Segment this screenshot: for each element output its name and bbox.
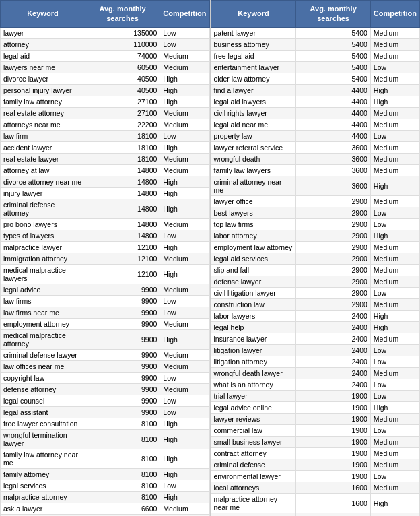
competition-cell: Medium [160, 253, 209, 264]
searches-cell: 4400 [296, 96, 370, 107]
table-row: trial lawyer1900Low [211, 390, 420, 401]
table-row: attorneys near me22200Medium [1, 119, 210, 130]
keyword-cell: legal advice online [211, 401, 296, 413]
keyword-cell: lawyer reviews [211, 413, 296, 424]
keyword-cell: best lawyers [211, 207, 296, 218]
competition-cell: Medium [160, 153, 209, 164]
searches-cell: 74000 [85, 50, 160, 61]
searches-cell: 9900 [85, 360, 160, 372]
searches-cell: 18100 [85, 141, 160, 153]
competition-cell: Medium [160, 218, 209, 230]
competition-cell: Medium [370, 367, 419, 379]
searches-cell: 3600 [296, 153, 370, 164]
competition-cell: Low [370, 207, 419, 218]
table-row: personal injury lawyer40500High [1, 84, 210, 96]
table-row: medical malpractice lawyers12100High [1, 264, 210, 284]
searches-cell: 14800 [85, 218, 160, 230]
table-row: family law attorney near me8100High [1, 449, 210, 468]
table-row: legal aid74000Medium [1, 50, 210, 61]
competition-cell: Medium [370, 241, 419, 253]
competition-cell: Low [370, 390, 419, 401]
keyword-cell: what is an attorney [211, 379, 296, 390]
table-row: what is an attorney2400Low [211, 379, 420, 390]
table-row: litigation lawyer2400Low [211, 344, 420, 356]
competition-cell: Medium [160, 503, 209, 514]
competition-cell: High [370, 176, 419, 195]
competition-cell: Medium [370, 27, 419, 38]
searches-cell: 2400 [296, 344, 370, 356]
competition-cell: Low [160, 295, 209, 307]
competition-cell: High [160, 241, 209, 253]
table-row: types of lawyers14800Low [1, 230, 210, 241]
keyword-cell: law offices near me [1, 360, 85, 372]
keyword-cell: lawyer referral service [211, 141, 296, 153]
searches-cell: 18100 [85, 153, 160, 164]
searches-cell: 12100 [85, 241, 160, 253]
competition-cell: Medium [370, 459, 419, 470]
competition-cell: Low [370, 218, 419, 230]
competition-cell: Medium [160, 349, 209, 360]
table-row: family law lawyers3600Medium [211, 164, 420, 176]
competition-cell: High [370, 401, 419, 413]
keyword-cell: civil litigation lawyer [211, 287, 296, 298]
searches-cell: 3600 [296, 164, 370, 176]
table-row: employment attorney9900Medium [1, 318, 210, 329]
searches-cell: 9900 [85, 383, 160, 395]
competition-cell: Medium [160, 318, 209, 329]
competition-cell: Low [160, 480, 209, 491]
competition-cell: Medium [160, 50, 209, 61]
competition-cell: Medium [370, 107, 419, 119]
searches-cell: 1900 [296, 413, 370, 424]
competition-cell: Medium [370, 73, 419, 84]
table-row: criminal attorney near me3600High [211, 176, 420, 195]
keyword-cell: slip and fall [211, 264, 296, 276]
keyword-cell: criminal defense attorney [1, 199, 85, 218]
competition-cell: Low [160, 307, 209, 318]
keyword-cell: wrongful death lawyer [211, 367, 296, 379]
searches-cell: 2400 [296, 356, 370, 367]
table-row: construction law2900Medium [211, 298, 420, 310]
keyword-cell: law firm [1, 130, 85, 141]
keyword-cell: accident lawyer [1, 141, 85, 153]
searches-cell: 2900 [296, 276, 370, 287]
searches-cell: 9900 [85, 329, 160, 349]
competition-cell: High [160, 449, 209, 468]
competition-cell: Medium [370, 38, 419, 50]
competition-cell: Low [370, 470, 419, 482]
keyword-cell: property law [211, 130, 296, 141]
keyword-cell: trial lawyer [211, 390, 296, 401]
competition-cell: Low [370, 424, 419, 436]
keyword-cell: lawyer [1, 27, 85, 38]
keyword-cell: copyright law [1, 372, 85, 383]
keyword-cell: commercial law [211, 424, 296, 436]
searches-cell: 1600 [296, 482, 370, 493]
competition-cell: Medium [370, 119, 419, 130]
searches-cell: 8100 [85, 429, 160, 449]
table-row: lawyer office2900Medium [211, 195, 420, 207]
searches-cell: 9900 [85, 295, 160, 307]
keyword-cell: criminal defense [211, 459, 296, 470]
competition-cell: Low [160, 395, 209, 406]
competition-cell: Low [160, 230, 209, 241]
table-row: law firms near me9900Low [1, 307, 210, 318]
keyword-cell: legal services [1, 480, 85, 491]
table-row: malpractice attorney near me1600High [211, 493, 420, 513]
table-row: law offices near me9900Medium [1, 360, 210, 372]
competition-cell: High [160, 418, 209, 429]
keyword-cell: malpractice attorney [1, 491, 85, 503]
searches-cell: 1900 [296, 447, 370, 459]
searches-cell: 8100 [85, 418, 160, 429]
searches-cell: 8100 [85, 468, 160, 480]
keyword-cell: patent lawyer [211, 27, 296, 38]
keyword-cell: divorce lawyer [1, 73, 85, 84]
table-row: lawyer135000Low [1, 27, 210, 38]
searches-cell: 27100 [85, 96, 160, 107]
searches-cell: 5400 [296, 61, 370, 73]
table-row: free legal aid5400Medium [211, 50, 420, 61]
competition-cell: High [160, 329, 209, 349]
table-row: family attorney8100High [1, 468, 210, 480]
competition-cell: Medium [160, 360, 209, 372]
competition-cell: Low [370, 287, 419, 298]
competition-cell: Low [160, 38, 209, 50]
keyword-cell: free legal aid [211, 50, 296, 61]
